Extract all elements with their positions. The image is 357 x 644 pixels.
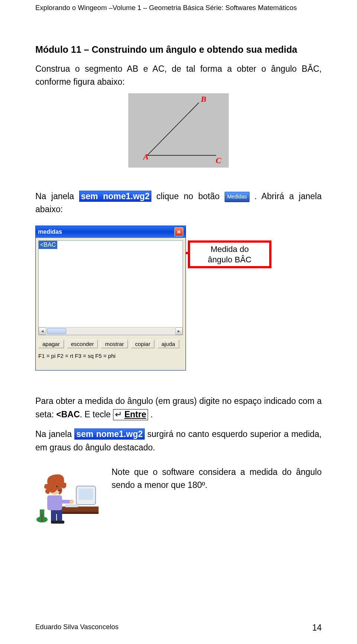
dialog-titlebar: medidas ✕ xyxy=(36,226,186,238)
intro-paragraph: Construa o segmento AB e AC, de tal form… xyxy=(35,62,322,89)
enter-symbol: ↵ xyxy=(115,410,124,419)
note-text: Note que o software considera a medida d… xyxy=(112,466,322,492)
copiar-button[interactable]: copiar xyxy=(131,340,154,348)
dialog-area: medidas ✕ <BAC ◄ ► apagar esconder mostr… xyxy=(35,226,322,372)
bac-code: <BAC xyxy=(56,410,80,419)
running-header: Explorando o Wingeom –Volume 1 – Geometr… xyxy=(35,4,322,12)
medidas-dialog: medidas ✕ <BAC ◄ ► apagar esconder mostr… xyxy=(35,226,186,370)
svg-rect-8 xyxy=(65,504,78,507)
svg-rect-5 xyxy=(56,512,99,514)
callout-box: Medida do ângulo BÂC xyxy=(188,240,271,268)
ajuda-button[interactable]: ajuda xyxy=(157,340,179,348)
page-footer: Eduardo Silva Vasconcelos 14 xyxy=(35,623,322,633)
dialog-title: medidas xyxy=(38,229,62,235)
point-c-label: C xyxy=(216,156,221,165)
window-name-highlight-2: sem nome1.wg2 xyxy=(74,428,145,440)
scroll-thumb[interactable] xyxy=(47,328,66,334)
esconder-button[interactable]: esconder xyxy=(67,340,98,348)
svg-line-1 xyxy=(147,103,199,155)
note-row: Note que o software considera a medida d… xyxy=(35,466,322,525)
scrollbar[interactable]: ◄ ► xyxy=(39,327,183,335)
enter-label: Entre xyxy=(124,410,146,419)
paragraph-obter-medida: Para obter a medida do ângulo (em graus)… xyxy=(35,395,322,421)
apagar-button[interactable]: apagar xyxy=(38,340,64,348)
page-number: 14 xyxy=(312,623,322,633)
svg-rect-13 xyxy=(51,510,56,521)
instr-pre: Na janela xyxy=(35,191,79,201)
section-title: Módulo 11 – Construindo um ângulo e obte… xyxy=(35,43,322,56)
p2-period: . xyxy=(148,410,153,419)
svg-rect-7 xyxy=(79,489,93,500)
enter-key: ↵ Entre xyxy=(113,409,148,420)
svg-rect-4 xyxy=(56,507,99,512)
point-a-label: A xyxy=(143,152,149,162)
fkey-legend: F1 = pi F2 = rt F3 = sq F5 = phi xyxy=(38,353,183,359)
angle-figure: A B C xyxy=(128,93,229,168)
list-item-bac[interactable]: <BAC xyxy=(39,241,57,249)
p3-pre: Na janela xyxy=(35,429,74,439)
instruction-line: Na janela sem nome1.wg2 clique no botão … xyxy=(35,190,322,216)
instr-mid: clique no botão xyxy=(157,191,225,201)
p2-etecle: . E tecle xyxy=(80,410,113,419)
point-b-label: B xyxy=(201,94,206,104)
callout-line2: ângulo BÂC xyxy=(208,255,251,265)
paragraph-result: Na janela sem nome1.wg2 surgirá no canto… xyxy=(35,428,322,454)
author-name: Eduardo Silva Vasconcelos xyxy=(35,623,119,633)
dialog-button-row: apagar esconder mostrar copiar ajuda xyxy=(38,340,183,348)
close-icon[interactable]: ✕ xyxy=(174,227,183,236)
medidas-toolbar-button[interactable]: Medidas xyxy=(225,192,250,202)
scroll-track[interactable] xyxy=(46,327,175,335)
svg-rect-14 xyxy=(57,510,62,521)
mostrar-button[interactable]: mostrar xyxy=(101,340,128,348)
svg-point-18 xyxy=(70,499,74,504)
svg-rect-11 xyxy=(41,514,43,521)
scroll-right-icon[interactable]: ► xyxy=(175,327,183,335)
window-name-highlight: sem nome1.wg2 xyxy=(79,191,152,202)
person-at-computer-icon xyxy=(35,466,100,525)
svg-point-20 xyxy=(56,486,58,487)
callout-line1: Medida do xyxy=(210,244,249,255)
dialog-listbox[interactable]: <BAC ◄ ► xyxy=(38,240,183,335)
svg-rect-16 xyxy=(57,521,64,524)
scroll-left-icon[interactable]: ◄ xyxy=(39,327,46,335)
dialog-body: <BAC ◄ ► apagar esconder mostrar copiar … xyxy=(36,238,186,362)
